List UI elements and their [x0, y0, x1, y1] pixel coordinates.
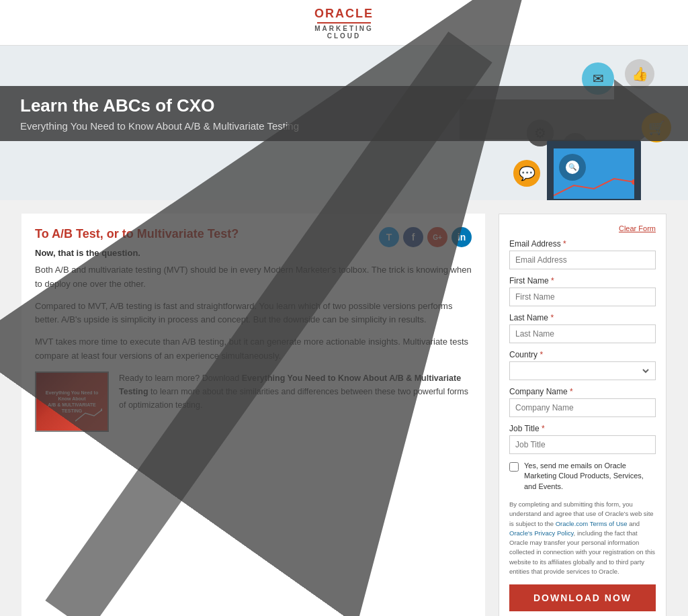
form-container: Clear Form Email Address * First Name * …: [499, 214, 666, 616]
hero-subtitle: Everything You Need to Know About A/B & …: [20, 120, 661, 132]
privacy-link[interactable]: Oracle's Privacy Policy: [509, 529, 574, 537]
country-label: Country *: [509, 350, 656, 359]
first-name-input[interactable]: [509, 288, 656, 306]
left-content-panel: T f G+ in To A/B Test, or to Multivariat…: [22, 214, 485, 616]
country-select[interactable]: United States United Kingdom Canada Aust…: [509, 361, 656, 380]
email-optin-checkbox[interactable]: [509, 462, 519, 472]
legal-text: By completing and submitting this form, …: [509, 500, 656, 576]
email-optin-label: Yes, send me emails on Oracle Marketing …: [524, 461, 656, 492]
google-plus-icon[interactable]: G+: [427, 227, 447, 247]
book-chart: [75, 406, 102, 425]
hero-chat-icon: 💬: [513, 160, 540, 187]
first-name-group: First Name *: [509, 276, 656, 306]
cloud-text: CLOUD: [327, 32, 361, 40]
paragraph-3: MVT takes more time to execute than A/B …: [35, 335, 472, 363]
facebook-icon[interactable]: f: [403, 227, 423, 247]
last-name-input[interactable]: [509, 324, 656, 343]
paragraph-2: Compared to MVT, A/B testing is fast and…: [35, 300, 472, 328]
hero-banner: ✉ 👍 🛒 ⚙ ⚙ 💬 🔍 Learn the ABCs of CXO Ev: [0, 46, 688, 200]
email-optin-group: Yes, send me emails on Oracle Marketing …: [509, 461, 656, 492]
svg-point-2: [632, 179, 634, 185]
job-title-input[interactable]: [509, 435, 656, 454]
twitter-icon[interactable]: T: [379, 227, 399, 247]
first-name-label: First Name *: [509, 276, 656, 285]
email-input[interactable]: [509, 251, 656, 269]
linkedin-icon[interactable]: in: [452, 227, 472, 247]
oracle-brand-text: ORACLE: [314, 7, 374, 21]
terms-link[interactable]: Oracle.com Terms of Use: [556, 520, 628, 527]
marketing-text: MARKETING: [314, 25, 374, 32]
oracle-logo: ORACLE MARKETING CLOUD: [0, 7, 688, 40]
hero-title: Learn the ABCs of CXO: [20, 95, 661, 116]
country-group: Country * United States United Kingdom C…: [509, 350, 656, 380]
hero-monitor: 🔍: [547, 140, 641, 200]
job-title-label: Job Title *: [509, 424, 656, 433]
header: ORACLE MARKETING CLOUD: [0, 0, 688, 46]
company-input[interactable]: [509, 398, 656, 417]
sub-heading: Now, that is the question.: [35, 248, 472, 258]
main-content: T f G+ in To A/B Test, or to Multivariat…: [15, 200, 673, 616]
oracle-logo-line: [317, 22, 371, 24]
hero-banner-bar: Learn the ABCs of CXO Everything You Nee…: [0, 86, 688, 141]
last-name-label: Last Name *: [509, 313, 656, 322]
clear-form-link[interactable]: Clear Form: [509, 224, 656, 232]
last-name-group: Last Name *: [509, 313, 656, 343]
paragraph-1: Both A/B and multivariate testing (MVT) …: [35, 263, 472, 292]
email-group: Email Address *: [509, 239, 656, 269]
company-label: Company Name *: [509, 387, 656, 396]
download-button[interactable]: DOWNLOAD NOW: [509, 584, 656, 611]
hero-thumb-icon: 👍: [625, 59, 654, 89]
job-title-group: Job Title *: [509, 424, 656, 454]
company-group: Company Name *: [509, 387, 656, 417]
book-section: Everything You Need to Know About A/B & …: [35, 371, 472, 432]
book-description: Ready to learn more? Download Everything…: [119, 371, 472, 412]
social-icons-group: T f G+ in: [379, 227, 472, 247]
right-form-panel: Clear Form Email Address * First Name * …: [499, 214, 666, 616]
email-label: Email Address *: [509, 239, 656, 249]
book-cover-image: Everything You Need to Know About A/B & …: [35, 371, 109, 432]
